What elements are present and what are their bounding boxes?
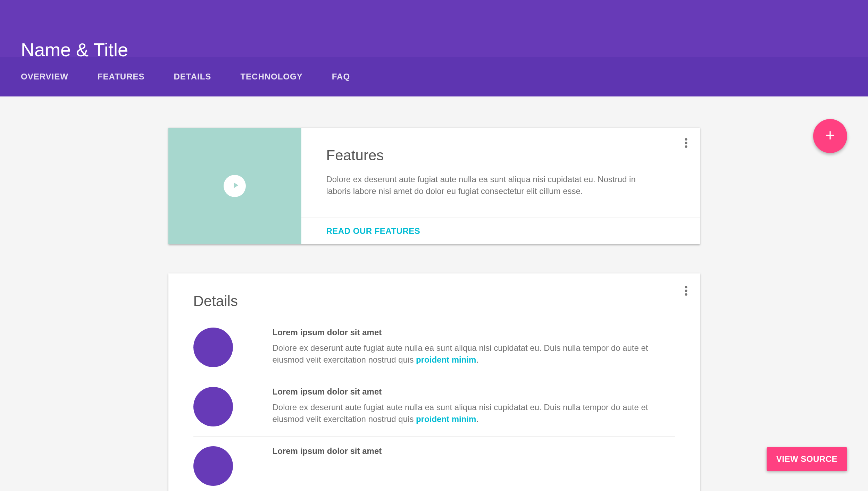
detail-link[interactable]: proident minim (416, 414, 476, 424)
svg-point-3 (685, 286, 687, 288)
tab-overview[interactable]: OVERVIEW (21, 72, 83, 82)
tab-details[interactable]: DETAILS (159, 72, 226, 82)
svg-point-2 (685, 145, 687, 148)
details-card: Details Lorem ipsum dolor sit amet Dolor… (168, 273, 700, 491)
features-media (168, 128, 301, 244)
svg-point-1 (685, 142, 687, 144)
page-title: Name & Title (0, 0, 868, 60)
app-header: Name & Title OVERVIEW FEATURES DETAILS T… (0, 0, 868, 96)
detail-avatar-icon (193, 446, 233, 486)
detail-link[interactable]: proident minim (416, 355, 476, 364)
detail-item: Lorem ipsum dolor sit amet Dolore ex des… (193, 328, 675, 377)
play-icon (229, 180, 240, 192)
details-card-title: Details (193, 293, 675, 310)
view-source-button[interactable]: VIEW SOURCE (767, 447, 847, 471)
tab-faq[interactable]: FAQ (317, 72, 365, 82)
detail-text: Dolore ex deserunt aute fugiat aute null… (273, 401, 675, 425)
detail-heading: Lorem ipsum dolor sit amet (273, 328, 675, 337)
features-card: Features Dolore ex deserunt aute fugiat … (168, 128, 700, 244)
main-content: Features Dolore ex deserunt aute fugiat … (0, 96, 868, 491)
detail-heading: Lorem ipsum dolor sit amet (273, 446, 675, 456)
detail-content: Lorem ipsum dolor sit amet Dolore ex des… (273, 328, 675, 365)
svg-point-0 (685, 138, 687, 141)
tab-features[interactable]: FEATURES (83, 72, 159, 82)
detail-heading: Lorem ipsum dolor sit amet (273, 387, 675, 397)
more-vert-icon (685, 291, 687, 297)
features-card-title: Features (301, 128, 700, 173)
features-card-menu[interactable] (682, 135, 690, 152)
plus-icon (823, 128, 837, 144)
details-card-menu[interactable] (682, 283, 690, 300)
detail-avatar-icon (193, 328, 233, 367)
detail-content: Lorem ipsum dolor sit amet Dolore ex des… (273, 387, 675, 425)
tab-technology[interactable]: TECHNOLOGY (226, 72, 317, 82)
features-card-text: Dolore ex deserunt aute fugiat aute null… (301, 173, 700, 218)
features-card-actions: READ OUR FEATURES (301, 218, 700, 244)
features-card-body: Features Dolore ex deserunt aute fugiat … (301, 128, 700, 244)
add-fab-button[interactable] (813, 119, 847, 153)
detail-text-post: . (476, 414, 478, 424)
detail-item: Lorem ipsum dolor sit amet Dolore ex des… (193, 387, 675, 437)
play-button[interactable] (224, 175, 246, 197)
more-vert-icon (685, 143, 687, 149)
detail-text-post: . (476, 355, 478, 364)
tab-bar: OVERVIEW FEATURES DETAILS TECHNOLOGY FAQ (0, 57, 868, 96)
detail-text: Dolore ex deserunt aute fugiat aute null… (273, 342, 675, 365)
detail-item: Lorem ipsum dolor sit amet (193, 446, 675, 491)
detail-avatar-icon (193, 387, 233, 426)
svg-point-5 (685, 293, 687, 296)
svg-point-4 (685, 290, 687, 292)
read-features-link[interactable]: READ OUR FEATURES (326, 226, 420, 236)
detail-content: Lorem ipsum dolor sit amet (273, 446, 675, 461)
